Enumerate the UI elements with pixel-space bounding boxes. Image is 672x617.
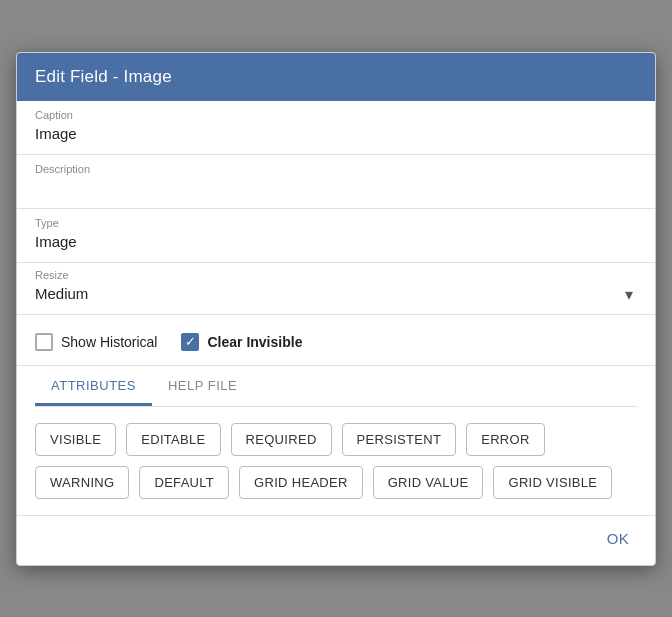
attr-error[interactable]: ERROR xyxy=(466,423,544,456)
attr-editable[interactable]: EDITABLE xyxy=(126,423,220,456)
attr-grid-header[interactable]: GRID HEADER xyxy=(239,466,363,499)
attr-required[interactable]: REQUIRED xyxy=(231,423,332,456)
resize-label: Resize xyxy=(35,269,637,281)
clear-invisible-checkbox[interactable]: ✓ xyxy=(181,333,199,351)
tabs-bar: ATTRIBUTES HELP FILE xyxy=(35,366,637,407)
edit-field-dialog: Edit Field - Image Caption Image Descrip… xyxy=(16,52,656,566)
type-row: Type Image xyxy=(17,209,655,263)
attr-default[interactable]: DEFAULT xyxy=(139,466,229,499)
tab-helpfile[interactable]: HELP FILE xyxy=(152,366,253,406)
dialog-title: Edit Field - Image xyxy=(35,67,172,86)
show-historical-label: Show Historical xyxy=(61,334,157,350)
show-historical-checkbox[interactable] xyxy=(35,333,53,351)
show-historical-item[interactable]: Show Historical xyxy=(35,333,157,351)
ok-button[interactable]: OK xyxy=(599,526,637,551)
tabs-section: ATTRIBUTES HELP FILE VISIBLE EDITABLE RE… xyxy=(17,366,655,515)
type-label: Type xyxy=(35,217,637,229)
checkboxes-row: Show Historical ✓ Clear Invisible xyxy=(17,315,655,366)
resize-select[interactable]: Small Medium Large xyxy=(35,283,637,306)
attr-grid-visible[interactable]: GRID VISIBLE xyxy=(493,466,612,499)
caption-input[interactable]: Image xyxy=(35,123,637,146)
type-value: Image xyxy=(35,231,637,254)
attr-persistent[interactable]: PERSISTENT xyxy=(342,423,457,456)
caption-label: Caption xyxy=(35,109,637,121)
attr-visible[interactable]: VISIBLE xyxy=(35,423,116,456)
description-label: Description xyxy=(35,163,637,175)
description-row: Description xyxy=(17,155,655,209)
clear-invisible-label: Clear Invisible xyxy=(207,334,302,350)
dialog-footer: OK xyxy=(17,515,655,565)
checkmark-icon: ✓ xyxy=(185,335,196,348)
attributes-grid: VISIBLE EDITABLE REQUIRED PERSISTENT ERR… xyxy=(35,423,637,515)
resize-row: Resize Small Medium Large ▾ xyxy=(17,263,655,315)
dialog-header: Edit Field - Image xyxy=(17,53,655,101)
caption-row: Caption Image xyxy=(17,101,655,155)
attr-warning[interactable]: WARNING xyxy=(35,466,129,499)
tab-attributes[interactable]: ATTRIBUTES xyxy=(35,366,152,406)
attr-grid-value[interactable]: GRID VALUE xyxy=(373,466,484,499)
resize-select-wrapper: Small Medium Large ▾ xyxy=(35,283,637,306)
dialog-body: Caption Image Description Type Image Res… xyxy=(17,101,655,515)
clear-invisible-item[interactable]: ✓ Clear Invisible xyxy=(181,333,302,351)
description-input[interactable] xyxy=(35,177,637,200)
